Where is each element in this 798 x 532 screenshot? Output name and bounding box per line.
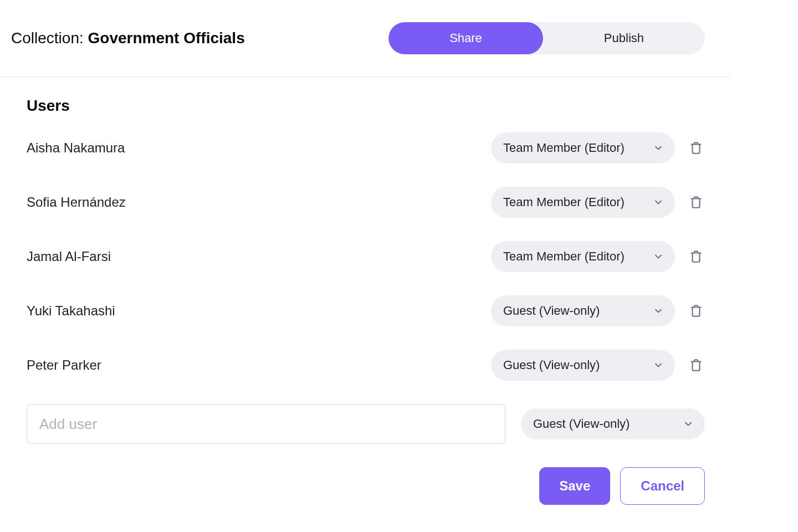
role-select[interactable]: Team Member (Editor) <box>491 187 675 218</box>
tab-publish[interactable]: Publish <box>543 22 705 54</box>
user-name: Aisha Nakamura <box>27 140 125 156</box>
delete-user-button[interactable] <box>687 356 705 374</box>
user-row: Peter Parker Guest (View-only) <box>27 350 705 381</box>
role-select-label: Guest (View-only) <box>533 417 630 431</box>
role-select-label: Team Member (Editor) <box>503 195 625 209</box>
page-title: Collection: Government Officials <box>11 29 245 47</box>
chevron-down-icon <box>684 420 693 428</box>
user-row: Jamal Al-Farsi Team Member (Editor) <box>27 241 705 272</box>
role-select[interactable]: Team Member (Editor) <box>491 132 675 163</box>
delete-user-button[interactable] <box>687 248 705 265</box>
delete-user-button[interactable] <box>687 139 705 157</box>
role-select-label: Team Member (Editor) <box>503 249 625 264</box>
share-publish-toggle: Share Publish <box>388 22 705 54</box>
chevron-down-icon <box>654 306 663 315</box>
users-section-title: Users <box>27 97 705 115</box>
trash-icon <box>689 140 703 156</box>
header: Collection: Government Officials Share P… <box>0 0 732 77</box>
tab-share[interactable]: Share <box>388 22 543 54</box>
chevron-down-icon <box>654 361 663 370</box>
user-row-controls: Guest (View-only) <box>491 295 705 326</box>
content: Users Aisha Nakamura Team Member (Editor… <box>0 77 732 527</box>
user-row-controls: Team Member (Editor) <box>491 132 705 163</box>
save-button[interactable]: Save <box>539 467 610 505</box>
role-select[interactable]: Team Member (Editor) <box>491 241 675 272</box>
add-user-row: Guest (View-only) <box>27 404 705 444</box>
user-row: Sofia Hernández Team Member (Editor) <box>27 187 705 218</box>
chevron-down-icon <box>654 144 663 152</box>
user-name: Peter Parker <box>27 357 101 373</box>
chevron-down-icon <box>654 252 663 261</box>
user-name: Jamal Al-Farsi <box>27 249 111 264</box>
user-name: Sofia Hernández <box>27 195 126 210</box>
user-row-controls: Team Member (Editor) <box>491 187 705 218</box>
user-row: Yuki Takahashi Guest (View-only) <box>27 295 705 326</box>
user-row: Aisha Nakamura Team Member (Editor) <box>27 132 705 163</box>
trash-icon <box>689 195 703 210</box>
role-select-label: Guest (View-only) <box>503 358 600 372</box>
delete-user-button[interactable] <box>687 193 705 211</box>
chevron-down-icon <box>654 198 663 207</box>
page-title-prefix: Collection: <box>11 29 88 47</box>
user-row-controls: Guest (View-only) <box>491 350 705 381</box>
role-select[interactable]: Guest (View-only) <box>491 295 675 326</box>
delete-user-button[interactable] <box>687 302 705 320</box>
user-name: Yuki Takahashi <box>27 303 115 319</box>
cancel-button[interactable]: Cancel <box>620 467 705 505</box>
add-user-input[interactable] <box>27 404 505 444</box>
trash-icon <box>689 303 703 319</box>
role-select[interactable]: Guest (View-only) <box>491 350 675 381</box>
trash-icon <box>689 357 703 373</box>
page-title-name: Government Officials <box>88 29 245 47</box>
role-select-label: Guest (View-only) <box>503 304 600 318</box>
role-select[interactable]: Guest (View-only) <box>521 408 705 439</box>
trash-icon <box>689 249 703 264</box>
role-select-label: Team Member (Editor) <box>503 141 625 155</box>
user-row-controls: Team Member (Editor) <box>491 241 705 272</box>
actions: Save Cancel <box>27 467 705 505</box>
